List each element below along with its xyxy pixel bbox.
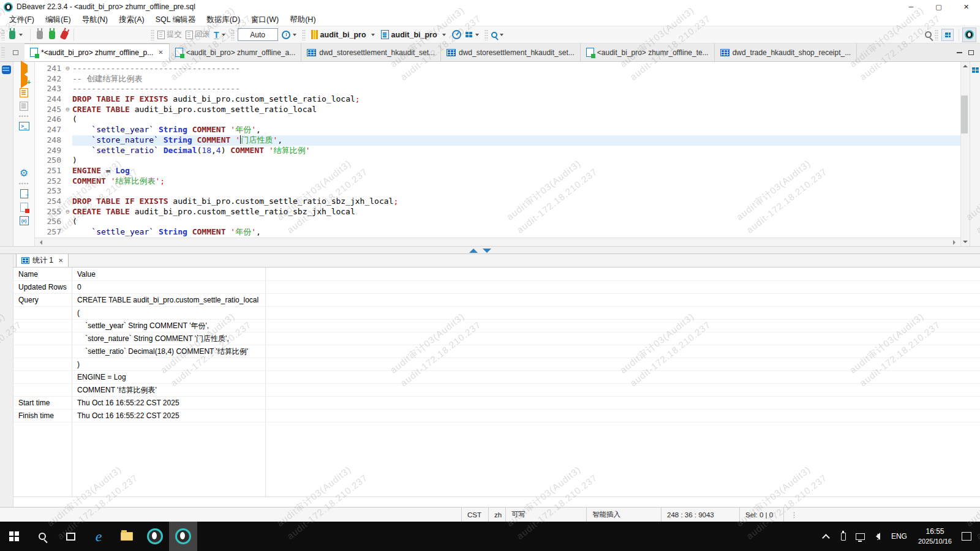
code-area[interactable]: 241⊖-----------------------------------2… (35, 62, 960, 238)
taskbar-clock[interactable]: 16:55 2025/10/16 (912, 527, 958, 545)
menu-item-4[interactable]: SQL 编辑器 (150, 15, 202, 25)
status-segment-2[interactable]: 可写 (505, 508, 586, 522)
fold-icon[interactable]: ⊖ (63, 64, 72, 74)
file-explorer-button[interactable] (113, 522, 141, 551)
status-segment-4[interactable]: 248 : 36 : 9043 (661, 508, 739, 522)
editor-list-button[interactable] (6, 43, 24, 61)
dbeaver-taskbar-button[interactable] (141, 522, 169, 551)
status-overflow-icon[interactable]: ⋮ (783, 508, 804, 522)
maximize-results-icon[interactable] (483, 249, 491, 253)
export-data-button[interactable] (20, 189, 28, 198)
explain-plan-button[interactable] (20, 102, 28, 111)
code-line[interactable]: 246 ( (35, 114, 960, 125)
terminal-button[interactable]: >_ (19, 122, 29, 130)
fold-icon[interactable]: ⊖ (63, 207, 72, 217)
editor-results-sash[interactable] (0, 246, 980, 254)
new-connection-button[interactable] (6, 28, 27, 42)
minimize-icon[interactable]: ─ (897, 0, 925, 13)
schema-selector[interactable]: audit_bi_pro (379, 28, 450, 42)
disconnect-button[interactable] (58, 28, 70, 42)
sql-search-button[interactable] (489, 28, 508, 42)
dbeaver-taskbar-button-active[interactable] (169, 522, 197, 551)
status-segment-0[interactable]: CST (461, 508, 488, 522)
code-line[interactable]: 257 `settle_year` String COMMENT '年份', (35, 227, 960, 238)
code-line[interactable]: 243 ----------------------------------- (35, 84, 960, 94)
code-line[interactable]: 250 ) (35, 156, 960, 166)
language-indicator[interactable]: ENG (886, 532, 912, 541)
menu-item-6[interactable]: 窗口(W) (246, 15, 284, 25)
dashboard-button[interactable] (450, 28, 463, 42)
menu-item-3[interactable]: 搜索(A) (113, 15, 150, 25)
status-segment-1[interactable]: zh (488, 508, 505, 522)
statistics-tab[interactable]: 统计 1 ✕ (16, 253, 69, 267)
volume-tray-button[interactable] (869, 533, 886, 540)
table-row[interactable]: NameValue (13, 268, 980, 280)
table-row[interactable]: ) (13, 358, 980, 370)
scroll-down-icon[interactable] (963, 241, 968, 246)
table-row[interactable]: COMMENT '结算比例表' (13, 383, 980, 396)
transaction-log-button[interactable]: T̲ (212, 28, 230, 42)
close-icon[interactable]: ✕ (952, 0, 980, 13)
close-icon[interactable]: ✕ (58, 257, 63, 264)
error-log-button[interactable] (20, 203, 28, 212)
scrollbar-thumb[interactable] (961, 96, 968, 133)
execute-new-tab-button[interactable]: + (21, 77, 28, 84)
database-selector[interactable]: audit_bi_pro (307, 28, 379, 42)
minimize-panel-icon[interactable] (957, 52, 962, 53)
tray-expand-button[interactable] (818, 533, 835, 541)
menu-item-7[interactable]: 帮助(H) (284, 15, 321, 25)
menu-item-2[interactable]: 导航(N) (77, 15, 113, 25)
notification-center-icon[interactable] (962, 532, 971, 541)
code-line[interactable]: 256 ( (35, 217, 960, 227)
table-row[interactable]: QueryCREATE TABLE audit_bi_pro.custom_se… (13, 293, 980, 306)
code-line[interactable]: 247 `settle_year` String COMMENT '年份', (35, 125, 960, 135)
usb-tray-button[interactable] (835, 533, 852, 541)
execute-statement-button[interactable] (21, 65, 28, 72)
status-segment-5[interactable]: Sel: 0 | 0 (739, 508, 783, 522)
vertical-scrollbar[interactable] (960, 62, 970, 246)
scroll-up-icon[interactable] (963, 62, 968, 67)
table-row[interactable]: ENGINE = Log (13, 370, 980, 383)
horizontal-scrollbar[interactable] (35, 238, 960, 246)
execute-script-button[interactable] (20, 88, 28, 97)
menu-item-0[interactable]: 文件(F) (4, 15, 40, 25)
status-segment-3[interactable]: 智能插入 (586, 508, 661, 522)
editor-tab[interactable]: dwd_storesettlement_hkaudit_set... (301, 43, 441, 61)
table-row[interactable]: ( (13, 306, 980, 319)
rollback-button[interactable]: 回滚 (184, 28, 212, 42)
table-row[interactable]: `settle_year` String COMMENT '年份', (13, 319, 980, 332)
scroll-left-icon[interactable] (37, 240, 42, 245)
code-line[interactable]: 244 DROP TABLE IF EXISTS audit_bi_pro.cu… (35, 94, 960, 105)
commit-button[interactable]: 提交 (156, 28, 184, 42)
transaction-history-button[interactable] (280, 28, 301, 42)
dbeaver-perspective-button[interactable] (962, 28, 976, 42)
reconnect-button[interactable] (46, 28, 58, 42)
maximize-panel-icon[interactable] (968, 50, 974, 55)
table-row[interactable]: `store_nature` String COMMENT '门店性质', (13, 332, 980, 345)
editor-tab[interactable]: <audit_bi_pro> zhumr_offline_te... (581, 43, 715, 61)
code-line[interactable]: 245⊖CREATE TABLE audit_bi_pro.custom_set… (35, 105, 960, 115)
table-row[interactable]: Updated Rows0 (13, 280, 980, 293)
scroll-right-icon[interactable] (953, 240, 958, 245)
code-line[interactable]: 255⊖CREATE TABLE audit_bi_pro.custom_set… (35, 207, 960, 217)
connect-button[interactable] (34, 28, 46, 42)
table-row[interactable]: Start timeThu Oct 16 16:55:22 CST 2025 (13, 396, 980, 409)
code-line[interactable]: 241⊖----------------------------------- (35, 64, 960, 74)
open-perspective-button[interactable] (940, 28, 956, 42)
code-line[interactable]: 248 `store_nature` String COMMENT '门店性质'… (35, 135, 960, 146)
menu-item-5[interactable]: 数据库(D) (201, 15, 246, 25)
quick-search-button[interactable] (923, 28, 933, 42)
editor-tab[interactable]: dwd_storesettlement_hkaudit_set... (441, 43, 581, 61)
editor-tab[interactable]: *<audit_bi_pro> zhumr_offline_p...✕ (24, 43, 170, 61)
code-line[interactable]: 252 COMMENT '结算比例表'; (35, 176, 960, 187)
restore-icon[interactable]: ▢ (925, 0, 952, 13)
code-line[interactable]: 254 DROP TABLE IF EXISTS audit_bi_pro.cu… (35, 197, 960, 207)
compare-button[interactable] (463, 28, 483, 42)
code-line[interactable]: 253 (35, 186, 960, 197)
table-row[interactable]: `settle_ratio` Decimal(18,4) COMMENT '结算… (13, 345, 980, 358)
maximize-editor-icon[interactable] (469, 249, 478, 253)
menu-item-1[interactable]: 编辑(E) (40, 15, 77, 25)
start-button[interactable] (0, 522, 28, 551)
code-line[interactable]: 249 `settle_ratio` Decimal(18,4) COMMENT… (35, 146, 960, 156)
autocommit-button[interactable]: Auto (238, 28, 278, 41)
